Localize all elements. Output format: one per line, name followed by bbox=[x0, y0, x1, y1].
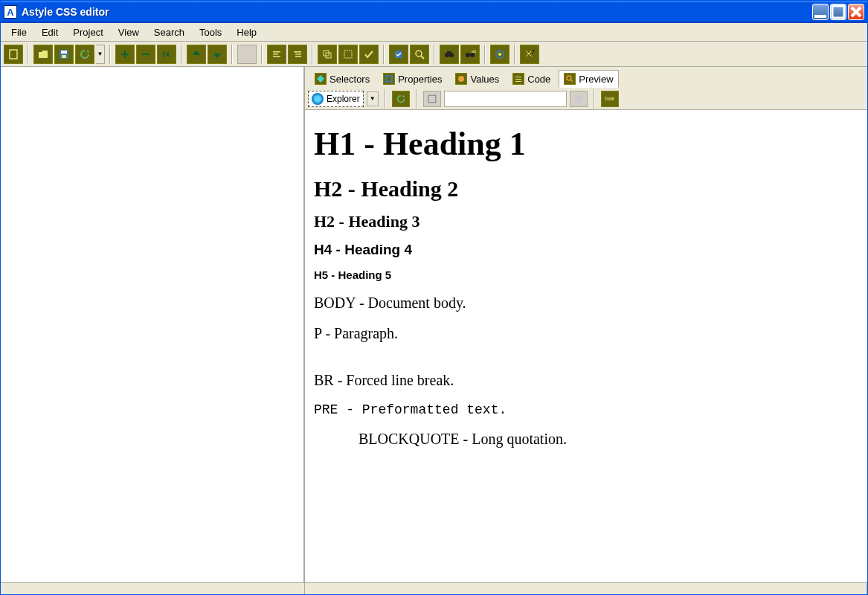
binoculars-button[interactable] bbox=[440, 45, 459, 64]
status-cell bbox=[1, 583, 305, 595]
svg-rect-17 bbox=[295, 56, 301, 57]
tab-label: Selectors bbox=[329, 74, 370, 85]
menu-help[interactable]: Help bbox=[229, 25, 264, 40]
svg-rect-13 bbox=[273, 54, 278, 55]
disabled-button bbox=[237, 45, 257, 64]
svg-text:?: ? bbox=[531, 48, 535, 55]
move-up-button[interactable] bbox=[187, 45, 206, 64]
svg-line-23 bbox=[421, 56, 424, 59]
menu-view[interactable]: View bbox=[111, 25, 147, 40]
internet-explorer-icon bbox=[312, 93, 324, 105]
preview-pre-line: PRE - Preformatted text. bbox=[314, 402, 858, 417]
svg-rect-14 bbox=[273, 56, 280, 57]
browser-dropdown[interactable]: ▼ bbox=[367, 91, 379, 106]
check-button[interactable] bbox=[359, 45, 379, 64]
preview-h4: H4 - Heading 4 bbox=[314, 242, 858, 258]
toolbar-separator bbox=[484, 45, 486, 64]
svg-rect-16 bbox=[295, 54, 301, 55]
clone-button[interactable] bbox=[318, 45, 337, 64]
refresh-button[interactable] bbox=[75, 45, 94, 64]
minimize-button[interactable] bbox=[812, 4, 829, 20]
binoculars-replace-button[interactable]: ab bbox=[460, 45, 480, 64]
select-button[interactable] bbox=[338, 45, 358, 64]
move-down-button[interactable] bbox=[208, 45, 227, 64]
settings-button[interactable] bbox=[490, 45, 509, 64]
browser-select[interactable]: Explorer bbox=[308, 91, 364, 107]
reload-preview-button[interactable] bbox=[392, 91, 410, 107]
url-input[interactable] bbox=[444, 91, 567, 107]
new-file-button[interactable] bbox=[4, 45, 23, 64]
svg-rect-12 bbox=[273, 51, 280, 53]
bak-button[interactable]: bak bbox=[601, 91, 619, 107]
align-button-1[interactable] bbox=[267, 45, 286, 64]
status-cell bbox=[305, 583, 867, 595]
preview-blockquote-line: BLOCKQUOTE - Long quotation. bbox=[359, 431, 858, 448]
menu-project[interactable]: Project bbox=[65, 25, 110, 40]
titlebar: A Astyle CSS editor bbox=[1, 1, 867, 23]
align-button-2[interactable] bbox=[288, 45, 307, 64]
preview-h3: H2 - Heading 3 bbox=[314, 212, 858, 231]
toolbar-separator bbox=[594, 89, 595, 109]
svg-rect-0 bbox=[814, 15, 826, 18]
svg-rect-10 bbox=[142, 54, 150, 55]
toolbar-separator bbox=[109, 45, 111, 64]
square-icon bbox=[383, 73, 395, 85]
menu-search[interactable]: Search bbox=[147, 25, 192, 40]
preview-body-line: BODY - Document body. bbox=[314, 295, 858, 312]
validate-button[interactable] bbox=[389, 45, 408, 64]
preview-h1: H1 - Heading 1 bbox=[314, 125, 858, 163]
tab-code[interactable]: Code bbox=[507, 70, 556, 88]
diamond-icon bbox=[315, 73, 327, 85]
tab-label: Code bbox=[527, 74, 550, 85]
save-button[interactable] bbox=[54, 45, 74, 64]
svg-rect-20 bbox=[344, 51, 352, 58]
tab-label: Values bbox=[470, 74, 499, 85]
open-button[interactable] bbox=[33, 45, 53, 64]
preview-br-line: BR - Forced line break. bbox=[314, 372, 858, 389]
tab-preview[interactable]: Preview bbox=[559, 70, 618, 88]
menu-file[interactable]: File bbox=[4, 25, 34, 40]
find-button[interactable] bbox=[410, 45, 429, 64]
toolbar-separator bbox=[383, 45, 385, 64]
toolbar: ▼ ab ? bbox=[1, 42, 867, 67]
svg-rect-36 bbox=[515, 79, 521, 80]
go-button[interactable] bbox=[570, 91, 588, 107]
svg-rect-26 bbox=[447, 51, 451, 54]
tab-values[interactable]: Values bbox=[450, 70, 504, 88]
remove-button[interactable] bbox=[136, 45, 155, 64]
close-button[interactable] bbox=[848, 4, 864, 20]
svg-text:ab: ab bbox=[472, 49, 476, 54]
menu-edit[interactable]: Edit bbox=[34, 25, 65, 40]
app-icon: A bbox=[4, 5, 17, 19]
tab-properties[interactable]: Properties bbox=[378, 70, 447, 88]
preview-h5: H5 - Heading 5 bbox=[314, 268, 858, 281]
statusbar bbox=[1, 582, 867, 595]
preview-area[interactable]: H1 - Heading 1 H2 - Heading 2 H2 - Headi… bbox=[305, 110, 867, 582]
tab-selectors[interactable]: Selectors bbox=[309, 70, 375, 88]
browser-name: Explorer bbox=[327, 94, 360, 104]
maximize-button[interactable] bbox=[830, 4, 846, 20]
svg-rect-7 bbox=[62, 55, 66, 58]
svg-point-34 bbox=[458, 76, 464, 82]
home-button[interactable] bbox=[423, 91, 441, 107]
tabs-bar: Selectors Properties Values Code Preview bbox=[305, 67, 867, 88]
help-button[interactable]: ? bbox=[520, 45, 539, 64]
refresh-dropdown[interactable]: ▼ bbox=[96, 45, 105, 64]
indent-button[interactable] bbox=[157, 45, 176, 64]
svg-point-27 bbox=[466, 53, 470, 57]
toolbar-separator bbox=[434, 45, 435, 64]
svg-line-39 bbox=[570, 80, 573, 82]
toolbar-separator bbox=[416, 89, 417, 109]
menu-tools[interactable]: Tools bbox=[192, 25, 229, 40]
browser-bar: Explorer ▼ bak bbox=[305, 88, 867, 110]
svg-rect-9 bbox=[121, 54, 129, 55]
tab-label: Preview bbox=[579, 74, 613, 85]
toolbar-separator bbox=[231, 45, 233, 64]
menubar: File Edit Project View Search Tools Help bbox=[1, 23, 867, 42]
toolbar-separator bbox=[28, 45, 29, 64]
window-title: Astyle CSS editor bbox=[22, 6, 812, 18]
magnifier-icon bbox=[564, 73, 576, 85]
svg-rect-37 bbox=[515, 81, 521, 82]
add-button[interactable] bbox=[115, 45, 135, 64]
svg-rect-1 bbox=[832, 6, 844, 18]
